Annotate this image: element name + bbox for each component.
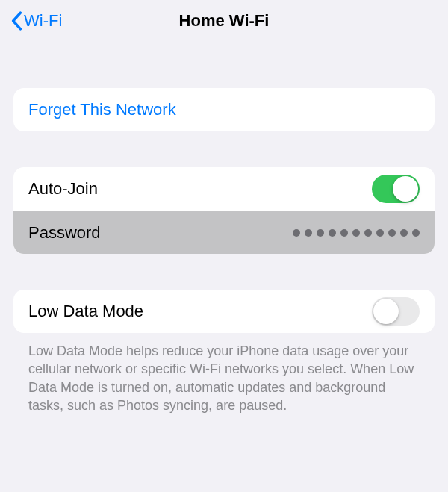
password-dot: [317, 229, 324, 237]
password-dot: [412, 229, 420, 237]
low-data-group: Low Data Mode: [13, 290, 435, 333]
forget-network-group: Forget This Network: [13, 88, 435, 131]
password-dot: [340, 229, 348, 237]
low-data-toggle[interactable]: [372, 297, 420, 326]
password-dot: [364, 229, 372, 237]
password-dot: [376, 229, 384, 237]
low-data-row: Low Data Mode: [13, 290, 435, 333]
chevron-left-icon: [10, 11, 22, 31]
low-data-label: Low Data Mode: [28, 302, 143, 321]
auto-join-row: Auto-Join: [13, 167, 435, 211]
password-dot: [305, 229, 312, 237]
back-button[interactable]: Wi-Fi: [4, 7, 68, 35]
forget-network-label: Forget This Network: [28, 100, 176, 119]
nav-bar: Wi-Fi Home Wi-Fi: [0, 0, 448, 42]
password-dot: [329, 229, 336, 237]
password-value-masked: [293, 229, 420, 237]
password-dot: [400, 229, 408, 237]
low-data-footer: Low Data Mode helps reduce your iPhone d…: [13, 333, 435, 414]
password-row[interactable]: Password: [13, 211, 435, 254]
forget-network-button[interactable]: Forget This Network: [13, 88, 435, 131]
auto-join-toggle[interactable]: [372, 175, 420, 203]
connection-group: Auto-Join Password: [13, 167, 435, 254]
password-dot: [293, 229, 300, 237]
password-label: Password: [28, 223, 101, 243]
back-label: Wi-Fi: [24, 11, 62, 31]
auto-join-label: Auto-Join: [28, 179, 98, 199]
password-dot: [352, 229, 360, 237]
content: Forget This Network Auto-Join Password L…: [0, 88, 448, 414]
password-dot: [388, 229, 396, 237]
